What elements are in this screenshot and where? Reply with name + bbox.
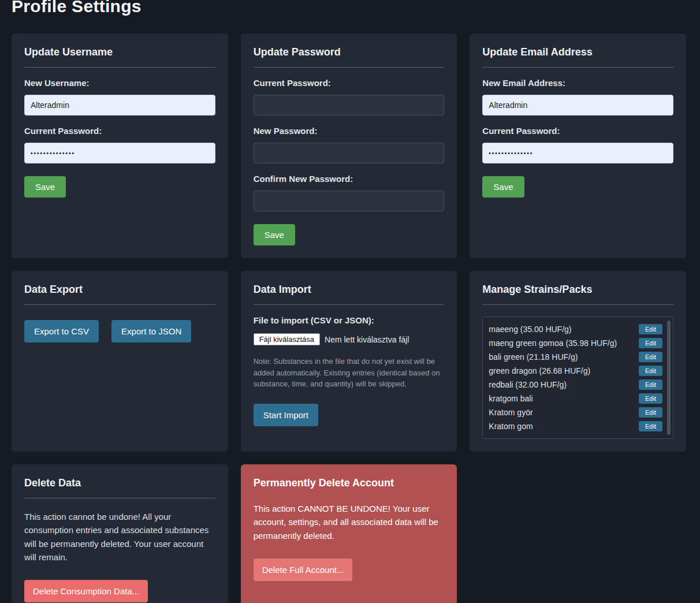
- data-import-title: Data Import: [254, 284, 445, 305]
- edit-strain-button[interactable]: Edit: [639, 379, 662, 390]
- export-csv-button[interactable]: Export to CSV: [24, 320, 99, 343]
- data-export-card: Data Export Export to CSV Export to JSON: [12, 271, 228, 452]
- delete-account-text: This action CANNOT BE UNDONE! Your user …: [254, 502, 445, 542]
- page-title: Profile Settings: [12, 0, 686, 16]
- email-actions: Save: [482, 163, 673, 198]
- confirm-new-password-label: Confirm New Password:: [254, 174, 445, 184]
- delete-data-title: Delete Data: [24, 477, 215, 498]
- strain-row: Kratom gom Edit: [489, 419, 662, 433]
- edit-strain-button[interactable]: Edit: [639, 407, 662, 418]
- strain-row: maeng green gomoa (35.98 HUF/g) Edit: [489, 336, 662, 350]
- manage-strains-card: Manage Strains/Packs maeeng (35.00 HUF/g…: [470, 271, 686, 452]
- edit-strain-button[interactable]: Edit: [639, 324, 662, 334]
- new-username-label: New Username:: [24, 78, 215, 88]
- delete-account-title: Permanently Delete Account: [254, 477, 445, 489]
- email-current-password-label: Current Password:: [482, 126, 673, 136]
- strain-name: bali green (21.18 HUF/g): [489, 352, 578, 362]
- edit-strain-button[interactable]: Edit: [639, 338, 662, 348]
- delete-full-account-button[interactable]: Delete Full Account...: [254, 559, 353, 581]
- file-import-label: File to import (CSV or JSON):: [254, 315, 445, 325]
- new-password-input[interactable]: [254, 143, 445, 163]
- strain-row: kratgom bali Edit: [489, 392, 662, 405]
- strain-name: Kratom györ: [489, 408, 533, 417]
- delete-consumption-data-button[interactable]: Delete Consumption Data...: [24, 580, 148, 602]
- edit-strain-button[interactable]: Edit: [639, 352, 662, 362]
- update-password-title: Update Password: [254, 46, 445, 68]
- strain-name: maeng green gomoa (35.98 HUF/g): [489, 338, 617, 348]
- save-password-button[interactable]: Save: [254, 224, 295, 245]
- strain-name: redbali (32.00 HUF/g): [489, 380, 567, 389]
- empty-grid-cell: [470, 464, 686, 603]
- strain-row: bali green (21.18 HUF/g) Edit: [489, 350, 662, 364]
- strain-row: Kratom györ Edit: [489, 405, 662, 419]
- update-email-card: Update Email Address New Email Address: …: [470, 34, 686, 258]
- username-current-password-input[interactable]: [24, 143, 215, 163]
- new-password-label: New Password:: [254, 126, 445, 136]
- strain-name: green dragon (26.68 HUF/g): [489, 366, 590, 375]
- new-email-label: New Email Address:: [482, 78, 673, 88]
- edit-strain-button[interactable]: Edit: [639, 366, 662, 376]
- strain-row: maeeng (35.00 HUF/g) Edit: [489, 322, 662, 336]
- file-status-text: Nem lett kiválasztva fájl: [325, 335, 409, 344]
- strain-name: Kratom gom: [489, 422, 533, 431]
- start-import-button[interactable]: Start Import: [254, 404, 318, 426]
- update-password-card: Update Password Current Password: New Pa…: [241, 34, 457, 258]
- strain-name: kratgom bali: [489, 394, 533, 403]
- update-username-title: Update Username: [24, 46, 215, 68]
- password-actions: Save: [254, 211, 445, 245]
- profile-settings-page: Profile Settings Update Username New Use…: [0, 0, 700, 603]
- manage-strains-title: Manage Strains/Packs: [482, 284, 673, 305]
- save-email-button[interactable]: Save: [482, 176, 524, 198]
- strain-list: maeeng (35.00 HUF/g) Edit maeng green go…: [482, 317, 673, 439]
- delete-account-card: Permanently Delete Account This action C…: [241, 464, 457, 603]
- strain-name: maeeng (35.00 HUF/g): [489, 325, 571, 334]
- file-choose-button[interactable]: Fájl kiválasztása: [254, 333, 320, 345]
- username-current-password-label: Current Password:: [24, 126, 215, 136]
- import-note: Note: Substances in the file that do not…: [254, 356, 444, 390]
- update-username-card: Update Username New Username: Current Pa…: [12, 34, 228, 258]
- edit-strain-button[interactable]: Edit: [639, 421, 662, 431]
- username-actions: Save: [24, 163, 215, 198]
- current-password-input[interactable]: [254, 95, 445, 116]
- data-import-card: Data Import File to import (CSV or JSON)…: [241, 271, 457, 452]
- cards-grid: Update Username New Username: Current Pa…: [12, 34, 686, 603]
- new-email-input[interactable]: [482, 95, 673, 116]
- new-username-input[interactable]: [24, 95, 215, 116]
- strain-row: green dragon (26.68 HUF/g) Edit: [489, 364, 662, 378]
- delete-data-card: Delete Data This action cannot be undone…: [12, 464, 228, 603]
- export-json-button[interactable]: Export to JSON: [111, 320, 191, 343]
- edit-strain-button[interactable]: Edit: [639, 393, 662, 404]
- strain-list-scrollbar[interactable]: [667, 321, 671, 435]
- update-email-title: Update Email Address: [482, 46, 673, 68]
- delete-data-text: This action cannot be undone! All your c…: [24, 510, 215, 564]
- export-buttons-row: Export to CSV Export to JSON: [24, 320, 215, 343]
- email-current-password-input[interactable]: [482, 143, 673, 163]
- confirm-new-password-input[interactable]: [254, 191, 445, 211]
- strain-row: redbali (32.00 HUF/g) Edit: [489, 378, 662, 392]
- data-export-title: Data Export: [24, 284, 215, 305]
- current-password-label: Current Password:: [254, 78, 445, 88]
- save-username-button[interactable]: Save: [24, 176, 66, 198]
- file-input[interactable]: Fájl kiválasztása Nem lett kiválasztva f…: [254, 333, 445, 345]
